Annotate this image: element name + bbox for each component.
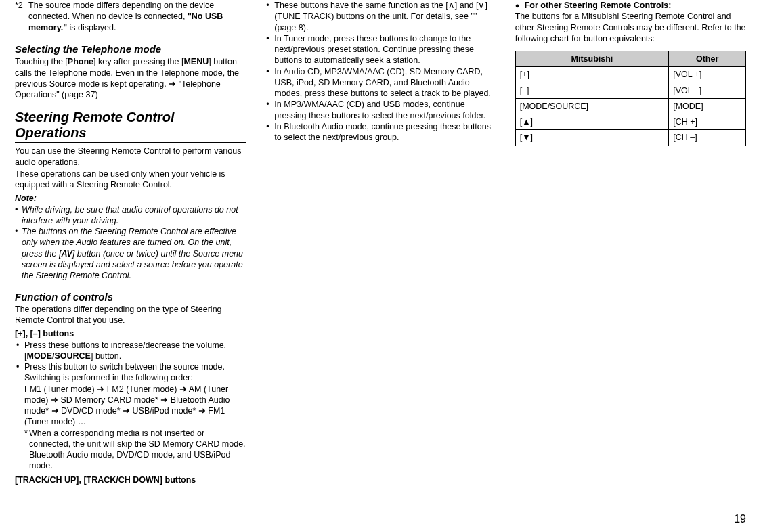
heading-other-remotes: For other Steering Remote Controls: (515, 0, 746, 11)
page-footer: 19 (15, 508, 746, 527)
tr-bullet-3: In Audio CD, MP3/WMA/AAC (CD), SD Memory… (265, 66, 496, 99)
btn-head-plusminus: [+], [–] buttons (15, 328, 246, 339)
table-row: [▲] [CH +] (515, 114, 745, 130)
th-mitsubishi: Mitsubishi (515, 51, 669, 67)
note2-av: AV (61, 249, 72, 259)
footnote2-text-b: is displayed. (67, 23, 116, 32)
asterisk-icon: * (24, 428, 28, 439)
note1-text: While driving, be sure that audio contro… (22, 205, 238, 225)
para-other-remotes: The buttons for a Mitsubishi Steering Re… (515, 11, 746, 44)
page-number: 19 (734, 513, 746, 525)
heading-steering-remote: Steering Remote Control Operations (15, 110, 246, 143)
table-row: [MODE/SOURCE] [MODE] (515, 98, 745, 114)
cell-m: [+] (515, 67, 669, 83)
th-other: Other (669, 51, 746, 67)
table-header-row: Mitsubishi Other (515, 51, 745, 67)
para-steer-2: These operations can be used only when y… (15, 169, 246, 191)
sel-txt-phone: Phone (68, 57, 93, 66)
cell-m: [MODE/SOURCE] (515, 98, 669, 114)
btn-head-track: [TRACK/CH UP], [TRACK/CH DOWN] buttons (15, 474, 246, 485)
cell-m: [–] (515, 83, 669, 98)
cell-o: [CH +] (669, 114, 746, 130)
star-note-text: When a corresponding media is not insert… (29, 428, 246, 471)
cell-m: [▲] (515, 114, 669, 130)
sel-txt-c: ] key after pressing the [ (93, 57, 183, 66)
mode-sequence: FM1 (Tuner mode) ➜ FM2 (Tuner mode) ➜ AM… (15, 384, 246, 428)
table-row: [▼] [CH –] (515, 130, 745, 146)
note-heading: Note: (15, 193, 246, 204)
cell-o: [MODE] (669, 98, 746, 114)
para-select-telephone: Touching the [Phone] key after pressing … (15, 56, 246, 100)
para-steer-1: You can use the Steering Remote Control … (15, 146, 246, 168)
tr-bullet-2: In Tuner mode, press these buttons to ch… (265, 33, 496, 66)
sel-txt-menu: MENU (183, 57, 209, 66)
pm-bullet-1: Press these buttons to increase/decrease… (15, 340, 246, 362)
pm-bullet-2: Press this button to switch between the … (15, 361, 246, 384)
heading-function-controls: Function of controls (15, 290, 246, 304)
tr-bullet-1: These buttons have the same function as … (265, 0, 496, 33)
cell-o: [CH –] (669, 130, 746, 146)
footnote2-text-a: The source mode differs depending on the… (28, 1, 214, 21)
footnote-star2: *2 The source mode differs depending on … (15, 0, 246, 33)
footnote-label: *2 (15, 0, 23, 11)
para-func: The operations differ depending on the t… (15, 304, 246, 326)
tr-bullet-4: In MP3/WMA/AAC (CD) and USB modes, conti… (265, 99, 496, 121)
pm-b1-mode: MODE/SOURCE (26, 351, 90, 361)
heading-select-telephone: Selecting the Telephone mode (15, 43, 246, 56)
sel-txt-a: Touching the [ (15, 57, 68, 66)
equiv-table: Mitsubishi Other [+] [VOL +] [–] [VOL –]… (515, 51, 746, 146)
note-item-2: •The buttons on the Steering Remote Cont… (15, 226, 246, 281)
table-row: [+] [VOL +] (515, 67, 745, 83)
cell-m: [▼] (515, 130, 669, 146)
tr-bullet-5: In Bluetooth Audio mode, continue pressi… (265, 121, 496, 143)
note-item-1: •While driving, be sure that audio contr… (15, 204, 246, 227)
pm-b1-c: ] button. (91, 351, 121, 361)
equiv-table-wrap: Mitsubishi Other [+] [VOL +] [–] [VOL –]… (515, 51, 746, 146)
star-note: *When a corresponding media is not inser… (15, 428, 246, 472)
cell-o: [VOL +] (669, 67, 746, 83)
table-row: [–] [VOL –] (515, 83, 745, 98)
cell-o: [VOL –] (669, 83, 746, 98)
